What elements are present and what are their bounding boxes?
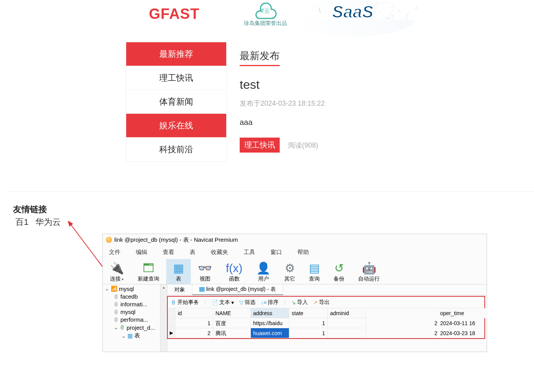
toolbar-4[interactable]: f(x)函数 — [219, 259, 249, 284]
database-icon: 🛢 — [113, 301, 119, 307]
navicat-window: link @project_db (mysql) - 表 - Navicat P… — [102, 234, 487, 352]
col-address[interactable]: address — [251, 308, 289, 318]
db-item[interactable]: mysql — [120, 309, 135, 315]
cell-name[interactable]: 百度 — [213, 318, 251, 328]
action-filter[interactable]: ▽筛选 — [239, 299, 255, 306]
banner-text: 企业SaaS级智能营销 — [298, 1, 458, 23]
cell-state[interactable]: 1 — [289, 318, 328, 328]
toolbar-9[interactable]: 🤖自动运行 — [351, 259, 387, 284]
cell-address[interactable]: https://baidu — [251, 318, 289, 328]
menu-file[interactable]: 文件 — [109, 249, 120, 256]
toolbar-6[interactable]: ⚙其它 — [277, 259, 302, 284]
action-export[interactable]: ↗导出 — [313, 299, 330, 306]
toolbar-label: 表 — [176, 276, 181, 282]
cell-adminid[interactable] — [328, 318, 366, 328]
col-adminid[interactable]: adminid — [328, 308, 366, 318]
cell-id[interactable]: 2 — [175, 328, 213, 338]
menu-view[interactable]: 查看 — [163, 249, 174, 256]
section-title: 最新发布 — [240, 49, 280, 66]
action-begin-transaction[interactable]: 🛢开始事务 — [171, 299, 199, 306]
menubar: 文件 编辑 查看 表 收藏夹 工具 窗口 帮助 — [103, 246, 487, 259]
toolbar-2[interactable]: ▦表 — [166, 259, 191, 284]
toolbar-0[interactable]: 🔌连接▾ — [103, 259, 131, 284]
nav-latest[interactable]: 最新推荐 — [126, 42, 226, 66]
menu-window[interactable]: 窗口 — [270, 249, 282, 256]
col-id[interactable]: id — [175, 308, 213, 318]
col-opertime[interactable]: oper_time — [438, 308, 488, 318]
toolbar-icon: 👤 — [256, 261, 270, 275]
conn-icon: 📶 — [111, 286, 117, 292]
nav-entertainment[interactable]: 娱乐在线 — [126, 114, 226, 138]
action-import[interactable]: ↘导入 — [291, 299, 308, 306]
scroll-up-icon[interactable]: ▴ — [160, 284, 167, 290]
table-group[interactable]: 表 — [134, 332, 140, 339]
action-sort[interactable]: ↓≡排序 — [261, 299, 279, 306]
toolbar-icon: ▦ — [173, 261, 184, 275]
toolbar-3[interactable]: 👓视图 — [191, 259, 219, 284]
database-icon: 🛢 — [120, 324, 125, 331]
cell-address-selected[interactable]: huawei.com — [251, 328, 289, 338]
row-header-current[interactable]: ▶ — [168, 328, 175, 338]
toolbar-label: 视图 — [200, 276, 210, 282]
post-reads: 阅读(908) — [288, 141, 318, 150]
grid-toolbar: 🛢开始事务 📄文本 ▾ ▽筛选 ↓≡排序 ↘导入 ↗导出 — [168, 297, 484, 308]
db-item[interactable]: informati... — [120, 301, 147, 307]
tab-object[interactable]: 对象 — [167, 285, 192, 295]
cell-adminid[interactable] — [328, 328, 366, 338]
sort-icon: ↓≡ — [261, 299, 267, 306]
db-item[interactable]: performa... — [120, 316, 149, 323]
menu-help[interactable]: 帮助 — [297, 249, 309, 256]
cell-id[interactable]: 1 — [175, 318, 213, 328]
toolbar-8[interactable]: ↺备份 — [327, 259, 351, 284]
row-cursor-icon: ▶ — [170, 330, 173, 336]
post-tag[interactable]: 理工快讯 — [240, 138, 280, 153]
db-item[interactable]: project_d... — [127, 324, 155, 331]
table-icon — [199, 287, 205, 292]
navicat-app-icon — [106, 237, 112, 243]
cell-opertime[interactable]: 2024-03-11 16 — [438, 318, 488, 328]
toolbar-label: 连接 — [110, 276, 121, 282]
content-tabs: 对象 link @project_db (mysql) - 表 — [167, 284, 487, 295]
db-icon: 🛢 — [171, 299, 176, 306]
db-item[interactable]: facedb — [120, 293, 138, 300]
filter-icon: ▽ — [239, 299, 244, 306]
post-body: aaa — [240, 118, 325, 127]
row-header[interactable] — [168, 318, 175, 328]
cloud-icon: T云 — [254, 0, 277, 19]
svg-text:T云: T云 — [261, 8, 270, 14]
col-state[interactable]: state — [289, 308, 328, 318]
toolbar-icon: 🗔 — [138, 261, 159, 275]
toolbar-icon: ▤ — [309, 261, 320, 275]
nav-ligong[interactable]: 理工快讯 — [126, 66, 226, 90]
toolbar-1[interactable]: 🗔新建查询 — [131, 259, 166, 284]
post-meta: 发布于2024-03-23 18:15:22 — [240, 99, 325, 108]
col-name[interactable]: NAME — [213, 308, 251, 318]
toolbar-icon: ↺ — [334, 261, 344, 275]
window-title: link @project_db (mysql) - 表 - Navicat P… — [114, 234, 238, 246]
menu-favorites[interactable]: 收藏夹 — [211, 249, 228, 256]
db-tree[interactable]: ⌄📶mysql 🛢facedb 🛢informati... 🛢mysql 🛢pe… — [103, 284, 167, 352]
conn-mysql[interactable]: mysql — [119, 286, 134, 292]
toolbar-label: 新建查询 — [138, 276, 159, 282]
cell-name[interactable]: 腾讯 — [213, 328, 251, 338]
table-group-icon: ▦ — [127, 332, 133, 339]
logo-gfast: GFAST — [149, 6, 200, 22]
cell-opertime[interactable]: 2024-03-23 18 — [438, 328, 488, 338]
toolbar-7[interactable]: ▤查询 — [302, 259, 327, 284]
toolbar-label: 查询 — [309, 276, 320, 282]
nav-tech[interactable]: 科技前沿 — [126, 138, 226, 161]
post-title[interactable]: test — [240, 78, 325, 92]
nav-sports[interactable]: 体育新闻 — [126, 90, 226, 114]
window-titlebar: link @project_db (mysql) - 表 - Navicat P… — [103, 234, 487, 246]
menu-edit[interactable]: 编辑 — [136, 249, 147, 256]
database-icon: 🛢 — [113, 309, 119, 315]
menu-table[interactable]: 表 — [190, 249, 195, 256]
toolbar-5[interactable]: 👤用户 — [249, 259, 277, 284]
friendlink-item[interactable]: 华为云 — [35, 217, 61, 227]
friendlink-item[interactable]: 百1 — [15, 217, 28, 227]
action-text[interactable]: 📄文本 ▾ — [212, 299, 234, 306]
tree-scrollbar[interactable]: ▴ — [160, 284, 167, 352]
menu-tools[interactable]: 工具 — [244, 249, 255, 256]
cell-state[interactable]: 1 — [289, 328, 328, 338]
tab-link-table[interactable]: link @project_db (mysql) - 表 — [192, 284, 283, 295]
